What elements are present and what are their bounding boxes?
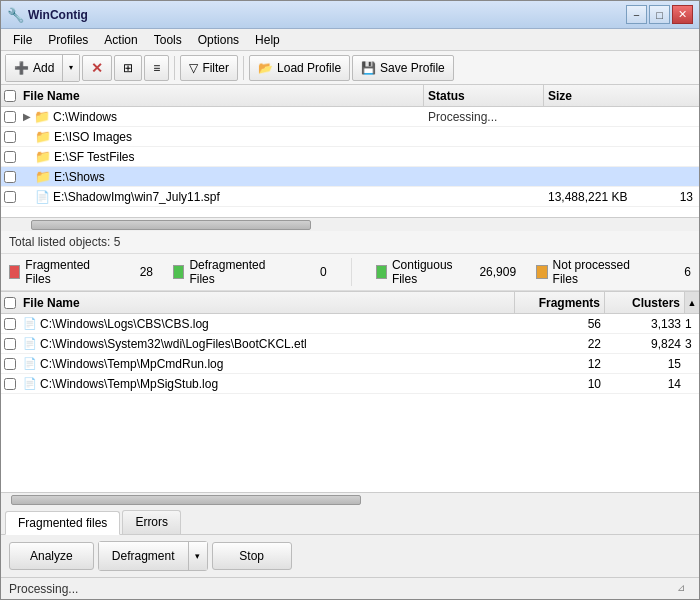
minimize-button[interactable]: −: [626, 5, 647, 24]
select-all-checkbox[interactable]: [4, 90, 16, 102]
menu-action[interactable]: Action: [96, 31, 145, 49]
menu-profiles[interactable]: Profiles: [40, 31, 96, 49]
view-button[interactable]: ≡: [144, 55, 169, 81]
cell-cl: 15: [605, 357, 685, 371]
file-row[interactable]: 📄 E:\ShadowImg\win7_July11.spf 13,488,22…: [1, 187, 699, 207]
file-row[interactable]: 📁 E:\SF TestFiles: [1, 147, 699, 167]
legend-divider: [351, 258, 352, 286]
file-row[interactable]: 📁 E:\ISO Images: [1, 127, 699, 147]
add-button[interactable]: ➕ Add: [6, 55, 63, 81]
total-objects-label: Total listed objects: 5: [1, 231, 699, 254]
frag-row[interactable]: 📄 C:\Windows\Logs\CBS\CBS.log 56 3,133 1: [1, 314, 699, 334]
maximize-button[interactable]: □: [649, 5, 670, 24]
sort-icon[interactable]: ▲: [685, 292, 699, 313]
load-profile-button[interactable]: 📂 Load Profile: [249, 55, 350, 81]
col-size-header[interactable]: Size: [544, 85, 699, 106]
contiguous-label: Contiguous Files: [392, 258, 461, 286]
frag-row-checkbox[interactable]: [4, 378, 16, 390]
grid-button[interactable]: ⊞: [114, 55, 142, 81]
file-row[interactable]: 📁 E:\Shows: [1, 167, 699, 187]
view-icon: ≡: [153, 61, 160, 75]
col-fr-header[interactable]: Fragments: [515, 292, 605, 313]
folder-icon: 📁: [34, 109, 50, 124]
col-filename-header[interactable]: File Name: [19, 85, 424, 106]
toolbar-separator-2: [243, 56, 244, 80]
folder-icon: 📁: [35, 169, 51, 184]
fragmented-label: Fragmented Files: [25, 258, 98, 286]
cell-fn: 📄 C:\Windows\Logs\CBS\CBS.log: [19, 317, 515, 331]
stop-button[interactable]: Stop: [212, 542, 292, 570]
cell-fr: 12: [515, 357, 605, 371]
cell-cl: 14: [605, 377, 685, 391]
col-status-header[interactable]: Status: [424, 85, 544, 106]
cell-fr: 56: [515, 317, 605, 331]
defragmented-color-box: [173, 265, 184, 279]
row-checkbox[interactable]: [4, 111, 16, 123]
file-icon: 📄: [23, 357, 37, 370]
lower-horizontal-scrollbar[interactable]: [1, 492, 699, 506]
defragment-dropdown-button[interactable]: ▾: [189, 542, 207, 570]
cell-fn: 📄 C:\Windows\Temp\MpCmdRun.log: [19, 357, 515, 371]
cell-cl: 9,824: [605, 337, 685, 351]
legend-fragmented: Fragmented Files 28: [9, 258, 153, 286]
add-icon: ➕: [14, 61, 29, 75]
frag-row-checkbox[interactable]: [4, 318, 16, 330]
window-title: WinContig: [28, 8, 624, 22]
file-row[interactable]: ▶ 📁 C:\Windows Processing...: [1, 107, 699, 127]
fragments-list: 📄 C:\Windows\Logs\CBS\CBS.log 56 3,133 1…: [1, 314, 699, 492]
remove-button[interactable]: ✕: [82, 55, 112, 81]
cell-extra: 3: [685, 337, 699, 351]
analyze-button[interactable]: Analyze: [9, 542, 94, 570]
cell-filename: 📄 E:\ShadowImg\win7_July11.spf: [19, 190, 424, 204]
file-list-header: File Name Status Size: [1, 85, 699, 107]
row-checkbox[interactable]: [4, 151, 16, 163]
defragment-button[interactable]: Defragment: [99, 542, 189, 570]
file-icon: 📄: [23, 377, 37, 390]
cell-filename: 📁 E:\SF TestFiles: [19, 149, 424, 164]
tab-errors[interactable]: Errors: [122, 510, 181, 534]
defragmented-label: Defragmented Files: [189, 258, 271, 286]
frag-row[interactable]: 📄 C:\Windows\Temp\MpSigStub.log 10 14: [1, 374, 699, 394]
cell-status: Processing...: [424, 110, 544, 124]
menu-file[interactable]: File: [5, 31, 40, 49]
horizontal-scrollbar[interactable]: [1, 217, 699, 231]
row-checkbox[interactable]: [4, 131, 16, 143]
frag-row-checkbox[interactable]: [4, 358, 16, 370]
defragment-button-group: Defragment ▾: [98, 541, 208, 571]
tab-bar: Fragmented files Errors: [1, 506, 699, 535]
frag-row[interactable]: 📄 C:\Windows\System32\wdi\LogFiles\BootC…: [1, 334, 699, 354]
cell-fr: 10: [515, 377, 605, 391]
menu-options[interactable]: Options: [190, 31, 247, 49]
cell-fr: 22: [515, 337, 605, 351]
header-checkbox[interactable]: [1, 90, 19, 102]
col-fn-header[interactable]: File Name: [19, 292, 515, 313]
toolbar: ➕ Add ▾ ✕ ⊞ ≡ ▽ Filter 📂 Load Profile 💾 …: [1, 51, 699, 85]
row-checkbox[interactable]: [4, 171, 16, 183]
save-profile-button[interactable]: 💾 Save Profile: [352, 55, 454, 81]
menu-bar: File Profiles Action Tools Options Help: [1, 29, 699, 51]
menu-help[interactable]: Help: [247, 31, 288, 49]
tab-fragmented-files[interactable]: Fragmented files: [5, 511, 120, 535]
frag-row-checkbox[interactable]: [4, 338, 16, 350]
upper-panel: File Name Status Size ▶ 📁 C:\Windows Pro…: [1, 85, 699, 292]
filter-button[interactable]: ▽ Filter: [180, 55, 238, 81]
scrollbar-thumb[interactable]: [31, 220, 311, 230]
frag-row[interactable]: 📄 C:\Windows\Temp\MpCmdRun.log 12 15: [1, 354, 699, 374]
cell-cl: 3,133: [605, 317, 685, 331]
file-icon: 📄: [23, 317, 37, 330]
col-cl-header[interactable]: Clusters: [605, 292, 685, 313]
frag-select-all[interactable]: [4, 297, 16, 309]
not-processed-color-box: [536, 265, 547, 279]
cell-filename: 📁 E:\ISO Images: [19, 129, 424, 144]
add-dropdown-button[interactable]: ▾: [63, 55, 79, 81]
toolbar-separator: [174, 56, 175, 80]
row-checkbox[interactable]: [4, 191, 16, 203]
scrollbar-thumb-2[interactable]: [11, 495, 361, 505]
lower-panel: File Name Fragments Clusters ▲ 📄 C:\Wind…: [1, 292, 699, 577]
fragments-header: File Name Fragments Clusters ▲: [1, 292, 699, 314]
resize-grip-icon[interactable]: ⊿: [677, 582, 691, 596]
close-button[interactable]: ✕: [672, 5, 693, 24]
frag-header-checkbox[interactable]: [1, 297, 19, 309]
menu-tools[interactable]: Tools: [146, 31, 190, 49]
expand-arrow-icon[interactable]: ▶: [23, 111, 31, 122]
